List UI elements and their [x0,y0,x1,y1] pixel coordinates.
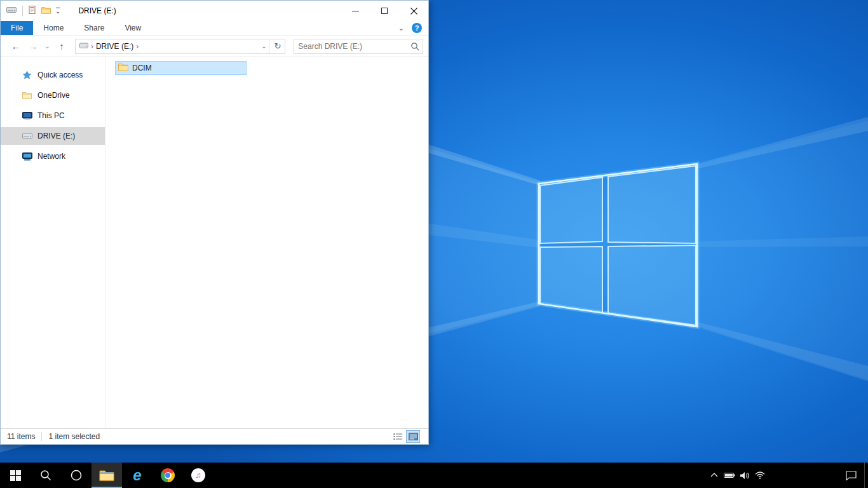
new-folder-icon[interactable] [41,6,51,16]
tab-share[interactable]: Share [74,21,114,35]
hidden-icons-chevron-icon[interactable] [707,463,722,488]
titlebar: ⌄ DRIVE (E:) [1,1,428,21]
window-controls [341,1,428,21]
action-center-icon[interactable] [837,463,864,488]
system-tray [707,463,868,488]
tab-view[interactable]: View [114,21,151,35]
window-drive-icon [6,6,17,15]
taskbar-file-explorer-icon[interactable] [92,463,122,488]
search-input[interactable] [294,39,407,53]
chrome-icon[interactable] [153,463,183,488]
taskbar-search-icon[interactable] [31,463,61,488]
address-dropdown-chevron-icon[interactable]: ⌄ [258,39,269,53]
quick-access-toolbar: ⌄ [1,6,60,16]
refresh-icon[interactable]: ↻ [269,39,285,53]
close-button[interactable] [399,1,428,21]
onedrive-icon [22,92,32,99]
search-icon[interactable] [407,42,423,51]
sidebar-item-onedrive[interactable]: OneDrive [1,86,105,104]
tab-home[interactable]: Home [33,21,74,35]
breadcrumb-root[interactable]: DRIVE (E:) [96,42,133,51]
status-bar: 11 items 1 item selected [1,428,428,444]
network-wifi-icon[interactable] [752,463,768,488]
address-bar[interactable]: › DRIVE (E:) › ⌄ ↻ [75,39,285,54]
show-desktop-button[interactable] [864,463,868,488]
ribbon-tab-strip: File Home Share View ⌄ ? [1,21,428,36]
maximize-button[interactable] [370,1,399,21]
customize-qat-chevron-icon[interactable]: ⌄ [55,8,60,14]
folder-item-dcim[interactable]: DCIM [115,61,247,75]
breadcrumb-chevron-icon[interactable]: › [136,42,139,51]
selection-count: 1 item selected [48,432,100,441]
navigation-pane: Quick access OneDrive This PC DRIVE (E:) [1,57,105,428]
volume-icon[interactable] [737,463,752,488]
internet-explorer-icon[interactable]: e [122,463,153,488]
folder-label: DCIM [132,64,152,72]
this-pc-monitor-icon [22,112,32,120]
status-separator [41,432,42,441]
quick-access-star-icon [22,71,32,80]
up-button[interactable]: ↑ [54,39,69,54]
forward-button[interactable]: → [25,39,41,54]
sidebar-item-quick-access[interactable]: Quick access [1,66,105,84]
item-count: 11 items [7,432,35,441]
window-title: DRIVE (E:) [78,6,116,15]
file-list[interactable]: DCIM [105,57,428,428]
taskbar: e ♫ [0,463,868,488]
sidebar-item-this-pc[interactable]: This PC [1,107,105,125]
battery-icon[interactable] [722,463,737,488]
start-button[interactable] [0,463,31,488]
navigation-bar: ← → ⌄ ↑ › DRIVE (E:) › ⌄ ↻ [1,36,428,57]
sidebar-item-network[interactable]: Network [1,147,105,165]
tab-file[interactable]: File [1,21,33,35]
sidebar-item-drive-e[interactable]: DRIVE (E:) [1,127,105,145]
itunes-icon[interactable]: ♫ [183,463,214,488]
breadcrumb-chevron-icon[interactable]: › [91,42,93,51]
properties-icon[interactable] [29,6,37,16]
cortana-icon[interactable] [61,463,92,488]
details-view-icon[interactable] [391,431,404,442]
large-icons-view-icon[interactable] [407,431,419,442]
drive-icon [22,133,32,139]
address-drive-icon [79,42,88,51]
expand-ribbon-chevron-icon[interactable]: ⌄ [398,24,404,32]
search-box [294,39,423,54]
help-icon[interactable]: ? [412,23,422,33]
qat-separator [22,6,23,16]
network-icon [22,152,32,161]
recent-locations-chevron-icon[interactable]: ⌄ [43,39,52,54]
file-explorer-window: ⌄ DRIVE (E:) File Home Share View ⌄ ? ← [0,0,429,445]
folder-icon [118,63,128,73]
back-button[interactable]: ← [8,39,24,54]
minimize-button[interactable] [341,1,370,21]
